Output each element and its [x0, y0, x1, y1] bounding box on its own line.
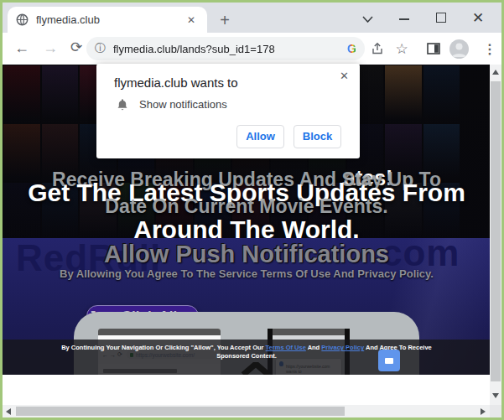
mock-phone-statusbar	[273, 329, 345, 335]
page-bottom-whitespace	[3, 375, 491, 405]
scroll-left-arrow[interactable]	[6, 408, 11, 415]
tab-close-icon[interactable]: ✕	[184, 13, 199, 28]
chevron-up-icon	[240, 362, 272, 376]
title-bar: flymedia.club ✕ + ✕	[3, 3, 501, 33]
allow-button[interactable]: Allow	[236, 125, 284, 148]
scrollbar-corner	[490, 405, 501, 417]
maximize-button[interactable]	[423, 11, 460, 25]
browser-window: flymedia.club ✕ + ✕ ← → ⟳ ⓘ flymedia.clu…	[0, 0, 504, 420]
fine-print-part2: And	[308, 344, 320, 351]
url-text[interactable]: flymedia.club/lands?sub_id1=178	[113, 43, 347, 55]
back-icon[interactable]: ←	[14, 39, 29, 57]
terms-of-use-link[interactable]: Terms Of Use	[266, 344, 306, 351]
scroll-up-arrow[interactable]	[492, 70, 499, 75]
google-g-icon[interactable]: G	[347, 42, 356, 55]
tab-search-chevron-icon[interactable]	[349, 11, 386, 25]
window-close-button[interactable]: ✕	[460, 9, 496, 27]
globe-favicon-icon	[16, 13, 29, 26]
notification-permission-dialog: ✕ flymedia.club wants to Show notificati…	[96, 64, 360, 158]
profile-avatar[interactable]	[448, 38, 470, 60]
bell-icon	[117, 98, 128, 111]
dialog-close-icon[interactable]: ✕	[340, 70, 349, 82]
scroll-down-arrow[interactable]	[492, 393, 499, 398]
block-button[interactable]: Block	[294, 125, 341, 148]
dialog-permission-text: Show notifications	[139, 98, 227, 111]
address-bar[interactable]: ⓘ flymedia.club/lands?sub_id1=178 G	[86, 37, 365, 60]
push-notifications-heading: Allow Push Notifications	[3, 241, 491, 268]
horizontal-scroll-thumb[interactable]	[16, 407, 345, 416]
side-panel-icon[interactable]	[423, 38, 444, 60]
window-controls: ✕	[349, 3, 496, 33]
dialog-origin-text: flymedia.club wants to	[114, 75, 238, 90]
new-tab-button[interactable]: +	[214, 9, 236, 31]
avatar-icon	[449, 39, 469, 59]
mock-browser-titlebar	[98, 329, 221, 335]
horizontal-scrollbar[interactable]	[3, 405, 490, 417]
terms-agreement-line: By Allowing You Agree To The Service Ter…	[3, 267, 491, 280]
scroll-right-arrow[interactable]	[481, 408, 486, 415]
fine-print-part1: By Continuing Your Navigation Or Clickin…	[61, 344, 263, 351]
tab-title: flymedia.club	[36, 13, 184, 26]
movie-updates-line2: Date On Current Movie Events.	[3, 195, 491, 218]
fine-print-line2: Sponsored Content.	[216, 352, 277, 360]
vertical-scroll-thumb[interactable]	[491, 81, 501, 381]
page-info-icon[interactable]: ⓘ	[95, 41, 106, 56]
bookmark-star-icon[interactable]: ☆	[391, 38, 413, 60]
menu-dots-icon[interactable]: ⋮	[479, 38, 501, 60]
browser-tab[interactable]: flymedia.club ✕	[8, 7, 207, 33]
privacy-policy-link[interactable]: Privacy Policy	[321, 344, 364, 351]
share-icon[interactable]	[366, 38, 388, 60]
mock-allow-button	[378, 350, 400, 371]
reload-icon[interactable]: ⟳	[70, 39, 82, 56]
vertical-scrollbar[interactable]	[490, 65, 501, 405]
forward-icon[interactable]: →	[43, 39, 58, 57]
minimize-button[interactable]	[386, 11, 423, 25]
